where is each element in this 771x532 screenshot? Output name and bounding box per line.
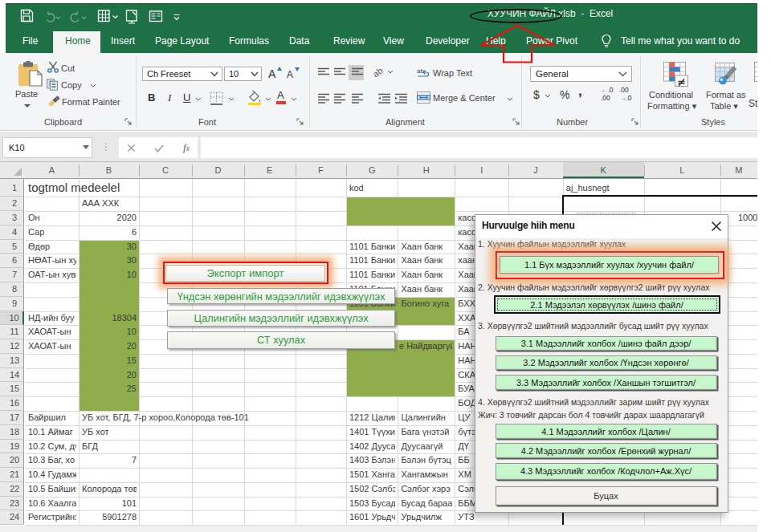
svg-text:ab: ab xyxy=(417,67,424,75)
